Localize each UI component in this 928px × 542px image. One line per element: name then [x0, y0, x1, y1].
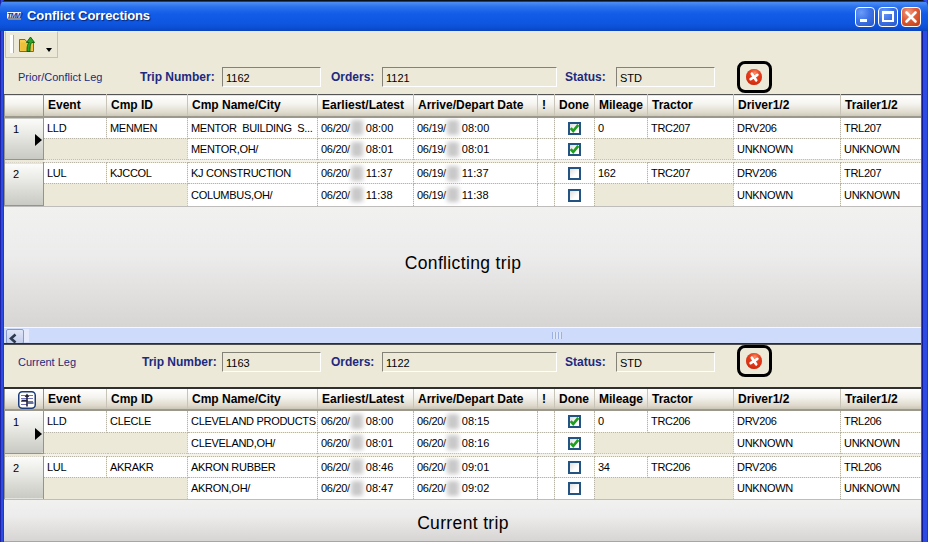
svg-text:TMW: TMW	[7, 12, 23, 20]
